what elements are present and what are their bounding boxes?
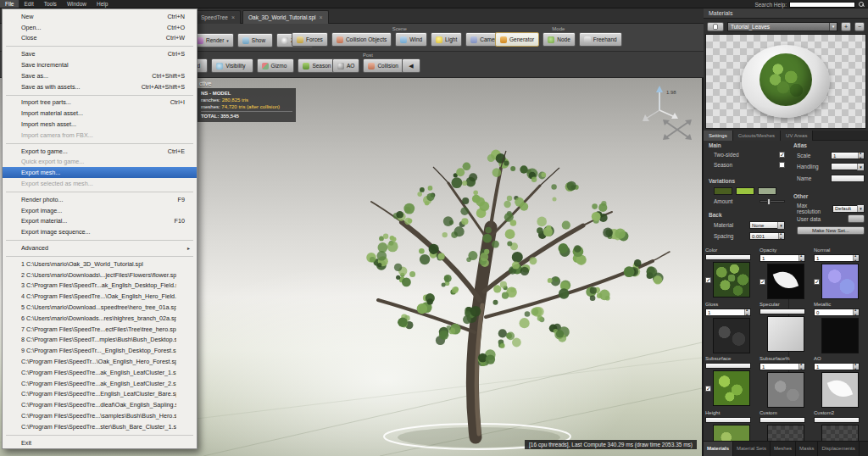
material-map-value-control[interactable]: 1 [814, 254, 860, 262]
menu-item[interactable]: C:\Program Files\SpeedTre...ak_English_L… [3, 378, 197, 389]
spinner-arrows-icon[interactable] [798, 255, 804, 261]
handling-dropdown[interactable]: ▾ [831, 163, 865, 170]
menu-item[interactable]: 8 C:\Program Files\SpeedT...mples\Bush\B… [3, 335, 197, 346]
amount-slider[interactable] [760, 200, 785, 203]
move-gizmo-icon[interactable] [659, 115, 697, 146]
toolbar-button[interactable]: Node [542, 32, 576, 47]
material-map-value-control[interactable] [705, 363, 751, 369]
menu-item[interactable]: C:\Program Files\SpeedTre...English_Leaf… [3, 389, 197, 400]
toolbar-button[interactable]: Wind [395, 32, 427, 47]
menu-item[interactable]: Export image sequence... [3, 226, 197, 237]
material-settings-tab[interactable]: Cutouts/Meshes [733, 131, 781, 141]
panel-bottom-tab[interactable]: Materials [704, 442, 733, 456]
remove-material-button[interactable]: − [854, 22, 865, 31]
panel-bottom-tab[interactable]: Masks [796, 442, 818, 456]
variation-color-swatch[interactable] [736, 187, 754, 195]
menubar-item[interactable]: Help [92, 0, 113, 8]
material-map-value-control[interactable]: 1 [814, 363, 860, 370]
material-map-value-control[interactable]: 1 [705, 309, 751, 316]
max-resolution-dropdown[interactable]: Default ▾ [832, 205, 865, 213]
material-map-swatch[interactable] [821, 264, 859, 299]
spinner-arrows-icon[interactable] [858, 153, 864, 158]
name-field[interactable] [831, 175, 865, 182]
material-map-swatch[interactable] [767, 372, 804, 408]
material-map-swatch[interactable] [713, 425, 750, 441]
menu-item[interactable]: Export mesh... [3, 167, 197, 178]
material-map-swatch[interactable] [713, 370, 750, 406]
toolbar-button[interactable]: Forces [292, 32, 328, 47]
menu-item[interactable]: Import mesh asset... [3, 119, 197, 130]
spinner-arrows-icon[interactable] [853, 309, 859, 315]
menu-item[interactable]: Close Ctrl+W [3, 33, 197, 44]
menu-item[interactable]: Export image... [3, 205, 197, 216]
menu-item[interactable]: 2 C:\Users\mario\Downloads\...jectFiles\… [3, 270, 197, 281]
toolbar-button[interactable]: Visibility [211, 58, 253, 73]
menu-item[interactable]: Save incremental [3, 59, 197, 70]
menubar-item[interactable]: File [0, 0, 19, 8]
back-material-dropdown[interactable]: None ▾ [749, 221, 785, 229]
search-help-input[interactable] [789, 2, 855, 8]
make-new-set-button[interactable]: Make New Set... [797, 226, 865, 235]
material-map-checkbox[interactable] [705, 386, 711, 392]
menu-item[interactable]: C:\Program Files\SpeedTre...ster\Bush_Ba… [3, 421, 197, 432]
material-map-value-control[interactable]: 1 [760, 363, 805, 370]
menu-item[interactable]: 6 C:\Users\mario\Downloads...res\highres… [3, 313, 197, 324]
material-map-value-control[interactable] [705, 254, 751, 260]
material-map-swatch[interactable] [713, 262, 750, 298]
material-select-dropdown[interactable]: Tutorial_Leaves ▾ [727, 22, 837, 31]
toolbar-button[interactable]: Collision [363, 58, 403, 73]
material-map-checkbox[interactable] [705, 277, 711, 283]
material-settings-tab[interactable]: UV Areas [781, 131, 813, 141]
menu-item[interactable]: 4 C:\Program Files\SpeedTre...\Oak_Engli… [3, 291, 197, 302]
pan-tool-button[interactable] [707, 22, 724, 31]
season-checkbox[interactable] [779, 162, 785, 168]
panel-bottom-tab[interactable]: Meshes [771, 442, 796, 456]
menu-item[interactable]: Save Ctrl+S [3, 48, 197, 59]
spinner-arrows-icon[interactable] [744, 309, 750, 315]
spacing-spinner[interactable]: 0.001 [749, 232, 785, 240]
menu-item[interactable]: C:\Program Files\SpeedTre...dleaf\Oak_En… [3, 399, 197, 410]
menu-item[interactable]: New Ctrl+N [3, 11, 197, 22]
panel-bottom-tab[interactable]: Displacements [818, 442, 859, 456]
variation-color-swatch[interactable] [714, 187, 732, 195]
menu-item[interactable]: 7 C:\Program Files\SpeedTre...ectFiles\T… [3, 324, 197, 335]
menu-item[interactable]: Open... Ctrl+O [3, 22, 197, 33]
material-map-swatch[interactable] [821, 318, 859, 353]
material-map-swatch[interactable] [821, 425, 859, 441]
material-map-swatch[interactable] [767, 264, 804, 299]
toolbar-button[interactable]: Show [237, 33, 273, 47]
toolbar-button[interactable]: Generator [495, 32, 539, 47]
menu-item[interactable]: Save as with assets... Ctrl+Alt+Shift+S [3, 81, 197, 92]
slider-thumb[interactable] [767, 198, 771, 205]
spinner-arrows-icon[interactable] [778, 233, 784, 239]
material-map-checkbox[interactable] [814, 279, 820, 285]
menu-item[interactable]: Save as... Ctrl+Shift+S [3, 70, 197, 81]
back-button[interactable]: ◀ [402, 58, 420, 73]
material-settings-tab[interactable]: Settings [704, 131, 733, 141]
variation-color-swatch[interactable] [758, 187, 776, 195]
menubar-item[interactable]: Edit [19, 0, 38, 8]
menu-item[interactable]: Render photo... F9 [3, 194, 197, 205]
panel-bottom-tab[interactable]: Material Sets [733, 442, 771, 456]
tab-close-icon[interactable]: × [231, 14, 235, 20]
document-tab[interactable]: Oak_3D_World_Tutorial.spl × [242, 10, 329, 24]
user-data-button[interactable] [848, 214, 865, 223]
menu-item[interactable]: Import tree parts... Ctrl+I [3, 97, 197, 108]
search-icon[interactable] [858, 1, 865, 8]
toolbar-button[interactable]: AO [332, 58, 359, 73]
material-map-swatch[interactable] [821, 372, 859, 408]
toolbar-button[interactable]: Collision Objects [331, 32, 392, 47]
menubar-item[interactable]: Window [62, 0, 92, 8]
menu-item[interactable]: 1 C:\Users\mario\Oak_3D_World_Tutorial.s… [3, 259, 197, 270]
material-map-value-control[interactable] [814, 417, 860, 423]
material-map-value-control[interactable]: 0 [814, 309, 860, 316]
toolbar-button[interactable]: Freehand [579, 32, 622, 47]
toolbar-button[interactable]: Render ▾ [192, 33, 234, 47]
material-map-swatch[interactable] [713, 318, 750, 353]
material-map-value-control[interactable]: 1 [760, 254, 805, 262]
material-map-value-control[interactable] [760, 309, 805, 314]
menu-item[interactable]: Advanced ▸ [3, 242, 197, 253]
add-material-button[interactable]: + [841, 22, 851, 31]
toolbar-button[interactable]: Gizmo [257, 58, 295, 73]
menu-item[interactable]: Quick export to game... [3, 157, 197, 168]
